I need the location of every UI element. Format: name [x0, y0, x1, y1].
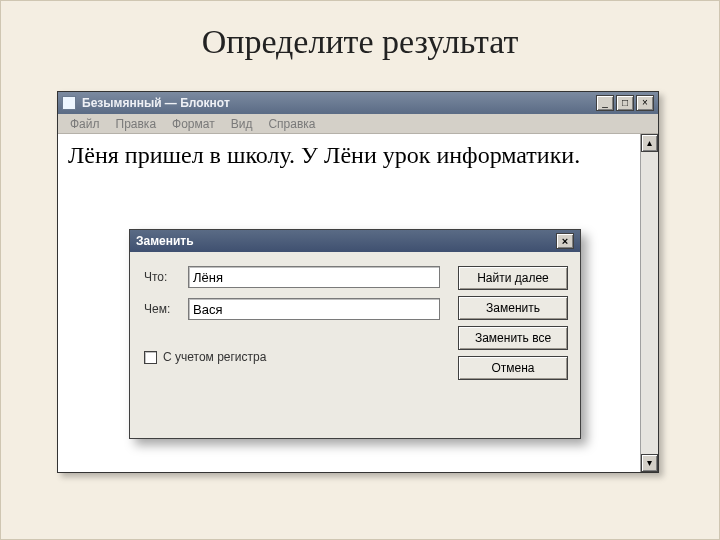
replace-dialog: Заменить × Что: Чем: С учетом регистра Н…	[129, 229, 581, 439]
slide-title: Определите результат	[1, 23, 719, 61]
maximize-button[interactable]: □	[616, 95, 634, 111]
replace-all-button[interactable]: Заменить все	[458, 326, 568, 350]
dialog-close-button[interactable]: ×	[556, 233, 574, 249]
notepad-titlebar[interactable]: Безымянный — Блокнот _ □ ×	[58, 92, 658, 114]
notepad-menubar: Файл Правка Формат Вид Справка	[58, 114, 658, 134]
menu-format[interactable]: Формат	[166, 117, 221, 131]
find-what-input[interactable]	[188, 266, 440, 288]
document-icon	[62, 96, 76, 110]
menu-view[interactable]: Вид	[225, 117, 259, 131]
minimize-button[interactable]: _	[596, 95, 614, 111]
find-next-button[interactable]: Найти далее	[458, 266, 568, 290]
notepad-title: Безымянный — Блокнот	[82, 96, 596, 110]
match-case-checkbox[interactable]	[144, 351, 157, 364]
scroll-down-icon[interactable]: ▾	[641, 454, 658, 472]
replace-button[interactable]: Заменить	[458, 296, 568, 320]
match-case-label: С учетом регистра	[163, 350, 266, 364]
close-button[interactable]: ×	[636, 95, 654, 111]
vertical-scrollbar[interactable]: ▴ ▾	[640, 134, 658, 472]
find-what-label: Что:	[144, 270, 188, 284]
menu-file[interactable]: Файл	[64, 117, 106, 131]
replace-with-label: Чем:	[144, 302, 188, 316]
cancel-button[interactable]: Отмена	[458, 356, 568, 380]
scroll-up-icon[interactable]: ▴	[641, 134, 658, 152]
scroll-track[interactable]	[641, 152, 658, 454]
menu-help[interactable]: Справка	[262, 117, 321, 131]
dialog-titlebar[interactable]: Заменить ×	[130, 230, 580, 252]
dialog-title: Заменить	[136, 234, 556, 248]
menu-edit[interactable]: Правка	[110, 117, 163, 131]
replace-with-input[interactable]	[188, 298, 440, 320]
